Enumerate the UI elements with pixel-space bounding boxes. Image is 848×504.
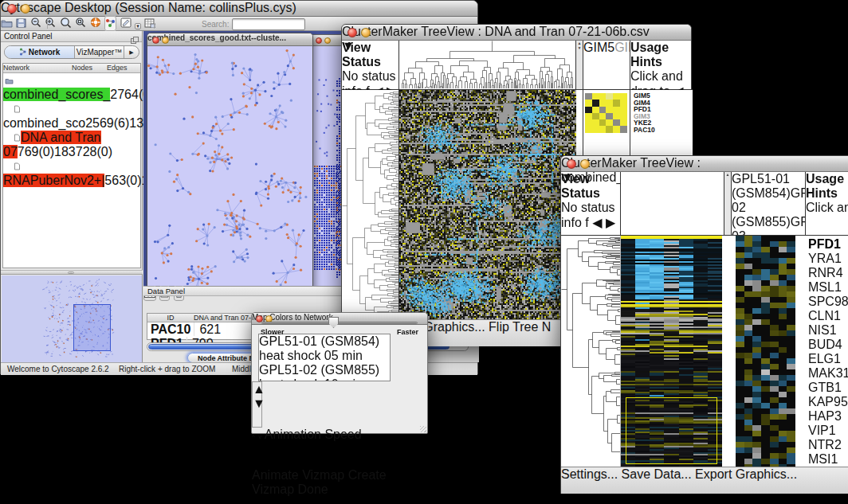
network-tree-row[interactable]: RNAPuberNov2+|563(0)107847(0) (3, 159, 140, 188)
gene-name[interactable]: MSI1 (808, 452, 848, 467)
gene-name[interactable]: ELG1 (808, 352, 848, 366)
similarity-cell[interactable] (613, 93, 620, 100)
gene-name[interactable]: NTR2 (808, 438, 848, 452)
done-button[interactable]: Done (298, 483, 328, 496)
zoom-selected-icon[interactable] (60, 17, 72, 30)
array-label[interactable]: GIM4 (614, 41, 630, 54)
gene-name[interactable]: KAP95 (808, 395, 848, 409)
array-label[interactable]: GPL51-01 (GSM854) (732, 172, 791, 200)
zoom-heatmap[interactable] (736, 236, 795, 467)
attribute-list-item[interactable]: GPL51-01 (GSM854) heat shock 05 min (259, 334, 390, 363)
col-header-id[interactable]: ID (147, 314, 194, 322)
animate-vizmap-button[interactable]: Animate Vizmap (252, 468, 344, 482)
global-heatmap[interactable] (399, 90, 576, 319)
similarity-cell[interactable] (599, 113, 607, 119)
annotation-icon[interactable] (120, 17, 132, 30)
gene-name[interactable]: NIS1 (808, 323, 848, 338)
similarity-cell[interactable] (585, 113, 592, 119)
tab-overflow-button[interactable]: ▶ (124, 46, 139, 58)
network-tree-row[interactable]: DNA and Tran 07769(0)183728(0) (3, 131, 140, 159)
close-button[interactable] (567, 159, 576, 169)
similarity-cell[interactable] (592, 113, 599, 119)
save-icon[interactable] (16, 17, 26, 30)
mini-hscrollbar[interactable]: ◀ ▶ (592, 216, 615, 229)
similarity-matrix[interactable] (585, 93, 627, 133)
gene-name[interactable]: MSL1 (808, 280, 848, 295)
gene-label[interactable]: PAC10 (634, 127, 693, 134)
similarity-cell[interactable] (620, 113, 627, 119)
similarity-cell[interactable] (585, 93, 592, 100)
tab-vizmapper[interactable]: VizMapper™ (75, 46, 124, 58)
close-button[interactable] (152, 37, 159, 44)
network-window-titlebar[interactable]: combined_scores_good.txt--cluste... (147, 33, 312, 46)
similarity-cell[interactable] (606, 113, 613, 119)
similarity-cell[interactable] (613, 107, 620, 113)
col-header-network[interactable]: Network (3, 64, 72, 72)
similarity-cell[interactable] (606, 107, 613, 113)
move-up-button[interactable]: ^ (252, 432, 255, 441)
minimize-button[interactable] (361, 28, 371, 37)
zoom-button[interactable] (594, 159, 603, 169)
similarity-cell[interactable] (613, 126, 620, 132)
gene-name[interactable]: BUD4 (808, 338, 848, 352)
speed-slider-track[interactable] (261, 322, 418, 324)
close-button[interactable] (347, 28, 357, 37)
similarity-cell[interactable] (592, 93, 599, 100)
array-label[interactable]: GIM5 (583, 41, 614, 54)
col-header-nodes[interactable]: Nodes (72, 64, 107, 72)
gene-name[interactable]: YRA1 (808, 252, 848, 266)
resize-grip[interactable] (420, 426, 426, 432)
col-header-edges[interactable]: Edges (107, 64, 140, 72)
export-graphics-button[interactable]: Export Graphics... (695, 467, 797, 481)
attribute-list[interactable]: GPL51-01 (GSM854) heat shock 05 minGPL51… (258, 334, 391, 381)
similarity-cell[interactable] (585, 100, 592, 106)
network-tree-row[interactable]: combined_sco2569(6)13112(15) (3, 102, 140, 131)
network-tree-row[interactable]: combined_scores_2764(0)16218(0) (3, 73, 140, 102)
similarity-cell[interactable] (585, 126, 592, 132)
similarity-cell[interactable] (620, 107, 627, 113)
open-folder-icon[interactable] (1, 17, 13, 30)
speed-slider-thumb[interactable] (328, 317, 339, 328)
similarity-cell[interactable] (606, 100, 613, 106)
similarity-cell[interactable] (599, 100, 607, 106)
similarity-cell[interactable] (613, 119, 620, 126)
similarity-cell[interactable] (599, 93, 607, 100)
gene-name[interactable]: RNR4 (808, 266, 848, 280)
treeview-dna-titlebar[interactable]: ClusterMaker TreeView : DNA and Tran 07-… (342, 25, 691, 41)
minimize-button[interactable] (21, 4, 30, 14)
gene-name[interactable]: GTB1 (808, 381, 848, 395)
move-down-button[interactable]: v (258, 432, 261, 441)
save-data-button[interactable]: Save Data... (622, 467, 692, 481)
similarity-cell[interactable] (606, 126, 613, 132)
scroll-strip[interactable]: ▲▼ (576, 41, 583, 90)
gene-dendrogram[interactable] (561, 236, 621, 467)
column-dendrogram[interactable] (399, 41, 576, 90)
similarity-cell[interactable] (592, 126, 599, 132)
help-lifering-icon[interactable] (90, 17, 101, 30)
minimize-button[interactable] (162, 37, 169, 44)
similarity-cell[interactable] (620, 93, 627, 100)
column-dendrogram[interactable] (621, 172, 724, 236)
similarity-cell[interactable] (599, 126, 607, 132)
zoom-button[interactable] (375, 28, 384, 37)
tab-network[interactable]: Network (5, 46, 75, 58)
similarity-cell[interactable] (620, 100, 627, 106)
minimize-button[interactable] (324, 37, 331, 44)
minimize-button[interactable] (580, 159, 590, 169)
similarity-cell[interactable] (606, 119, 613, 126)
treeview-combined-titlebar[interactable]: ClusterMaker TreeView : combined_scores_… (561, 156, 848, 172)
zoom-button[interactable] (333, 37, 340, 44)
similarity-cell[interactable] (585, 119, 592, 126)
main-titlebar[interactable]: Cytoscape Desktop (Session Name: collins… (1, 1, 477, 17)
zoom-fit-icon[interactable] (75, 17, 86, 30)
global-heatmap[interactable] (621, 236, 722, 467)
similarity-cell[interactable] (599, 107, 607, 113)
similarity-cell[interactable] (599, 119, 607, 126)
similarity-cell[interactable] (613, 113, 620, 119)
similarity-cell[interactable] (592, 119, 599, 126)
gene-name[interactable]: SPC98 (808, 295, 848, 309)
similarity-cell[interactable] (592, 100, 599, 106)
close-button[interactable] (316, 37, 322, 44)
gene-dendrogram[interactable] (342, 90, 399, 319)
birdseye-view[interactable] (2, 275, 142, 362)
